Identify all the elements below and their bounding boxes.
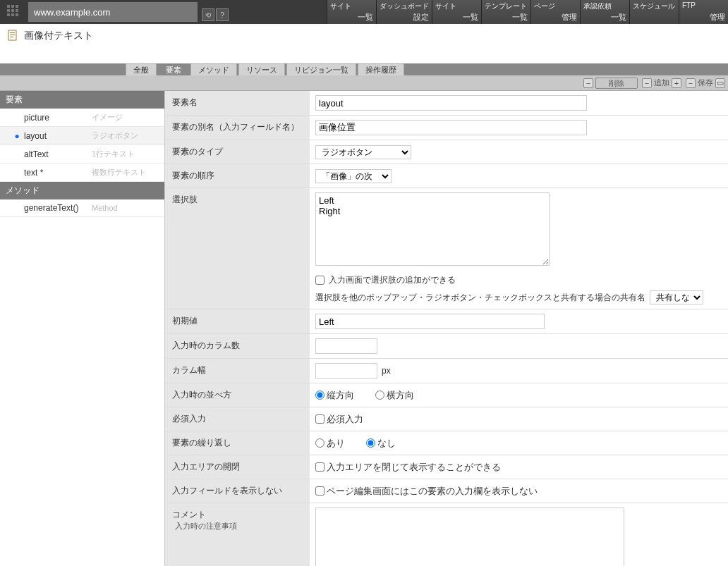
svg-rect-4	[11, 9, 14, 12]
hidefield-checkbox[interactable]	[315, 486, 324, 496]
sidebar-element-picture[interactable]: pictureイメージ	[0, 109, 164, 127]
nav-item-1[interactable]: ダッシュボード設定	[376, 0, 432, 24]
tab-1[interactable]: 要素	[158, 63, 189, 75]
save-icon: ▭	[715, 78, 725, 88]
tabrow: 全般要素メソッドリソースリビジョン一覧操作履歴	[0, 63, 728, 75]
element-order-select[interactable]: 「画像」の次	[315, 169, 392, 183]
delete-button[interactable]: − 削除	[583, 78, 638, 89]
sidebar-group-methods: メソッド	[0, 182, 164, 199]
svg-rect-0	[7, 5, 10, 8]
nav-item-5[interactable]: 承認依頼一覧	[580, 0, 629, 24]
url-box[interactable]: www.example.com	[28, 2, 198, 22]
element-type-select[interactable]: ラジオボタン	[315, 145, 411, 159]
element-name-input[interactable]	[315, 95, 587, 111]
minus-icon: −	[583, 78, 593, 88]
repeat-yes-radio[interactable]	[315, 438, 324, 448]
svg-rect-2	[16, 5, 18, 8]
layoutdir-horizontal-radio[interactable]	[375, 390, 384, 400]
svg-rect-6	[7, 13, 10, 16]
back-icon[interactable]: ⟲	[202, 8, 214, 21]
colwidth-input[interactable]	[315, 363, 377, 379]
row-columns: 入力時のカラム数	[165, 334, 728, 359]
nav-item-6[interactable]: スケジュール	[629, 0, 679, 24]
comment-textarea[interactable]	[315, 507, 624, 566]
sidebar-element-layout[interactable]: ●layoutラジオボタン	[0, 127, 164, 145]
row-options: 選択肢 Left Right 入力画面で選択肢の追加ができる 選択肢を他のポップ…	[165, 188, 728, 309]
minus-icon: −	[686, 78, 696, 88]
sidebar-method-item[interactable]: generateText()Method	[0, 199, 164, 217]
row-element-order: 要素の順序 「画像」の次	[165, 164, 728, 188]
row-repeat: 要素の繰り返し あり なし	[165, 431, 728, 455]
default-input[interactable]	[315, 314, 545, 329]
sidebar-element-altText[interactable]: altText1行テキスト	[0, 145, 164, 164]
grid-icon	[6, 4, 23, 20]
row-collapse: 入力エリアの開閉 入力エリアを閉じて表示することができる	[165, 455, 728, 479]
sidebar-group-elements: 要素	[0, 91, 164, 109]
nav-item-3[interactable]: テンプレート一覧	[481, 0, 530, 24]
nav-item-7[interactable]: FTP管理	[679, 0, 728, 24]
tab-5[interactable]: 操作履歴	[358, 63, 404, 75]
bullet-icon: ●	[13, 131, 21, 141]
save-button[interactable]: − 保存 ▭	[686, 78, 725, 88]
sidebar-element-text[interactable]: text *複数行テキスト	[0, 164, 164, 182]
layoutdir-vertical-radio[interactable]	[315, 390, 324, 400]
minus-icon: −	[642, 78, 652, 88]
repeat-no-radio[interactable]	[366, 438, 375, 448]
tab-2[interactable]: メソッド	[190, 63, 237, 75]
svg-rect-8	[16, 13, 18, 16]
tab-0[interactable]: 全般	[126, 63, 157, 75]
collapse-checkbox[interactable]	[315, 462, 324, 472]
top-nav: サイト一覧ダッシュボード設定サイト一覧テンプレート一覧ページ管理承認依頼一覧スケ…	[327, 0, 728, 24]
tab-3[interactable]: リソース	[238, 63, 285, 75]
titlebar: 画像付テキスト	[0, 24, 728, 63]
row-comment: コメント 入力時の注意事項	[165, 503, 728, 566]
row-element-alias: 要素の別名（入力フィールド名）	[165, 116, 728, 140]
row-layoutdir: 入力時の並べ方 縦方向 横方向	[165, 383, 728, 407]
row-element-name: 要素名	[165, 91, 728, 116]
row-required: 必須入力 必須入力	[165, 407, 728, 431]
options-textarea[interactable]: Left Right	[315, 192, 550, 266]
tab-4[interactable]: リビジョン一覧	[286, 63, 356, 75]
svg-rect-11	[10, 35, 15, 35]
nav-item-0[interactable]: サイト一覧	[327, 0, 376, 24]
plus-icon: +	[672, 78, 681, 88]
row-hidefield: 入力フィールドを表示しない ページ編集画面にはこの要素の入力欄を表示しない	[165, 479, 728, 503]
svg-rect-7	[11, 13, 14, 16]
topbar: www.example.com ⟲ ? サイト一覧ダッシュボード設定サイト一覧テ…	[0, 0, 728, 24]
form-pane: 要素名 要素の別名（入力フィールド名） 要素のタイプ ラジオボタン 要素の順序 …	[164, 91, 728, 566]
element-alias-input[interactable]	[315, 120, 587, 135]
svg-rect-3	[7, 9, 10, 12]
nav-item-2[interactable]: サイト一覧	[432, 0, 481, 24]
help-icon[interactable]: ?	[216, 8, 229, 21]
required-checkbox[interactable]	[315, 414, 324, 424]
svg-rect-5	[16, 9, 18, 12]
nav-item-4[interactable]: ページ管理	[530, 0, 580, 24]
sidebar: 要素 pictureイメージ●layoutラジオボタンaltText1行テキスト…	[0, 91, 164, 566]
row-default: 初期値	[165, 309, 728, 334]
doc-icon	[7, 30, 18, 41]
svg-rect-1	[11, 5, 14, 8]
share-name-select[interactable]: 共有しない	[650, 290, 703, 304]
app-logo	[0, 0, 28, 24]
svg-rect-10	[10, 32, 15, 33]
svg-rect-12	[10, 37, 13, 37]
row-colwidth: カラム幅 px	[165, 359, 728, 383]
add-button[interactable]: − 追加 +	[642, 78, 681, 88]
row-element-type: 要素のタイプ ラジオボタン	[165, 140, 728, 164]
options-addable-checkbox[interactable]	[315, 276, 324, 285]
columns-input[interactable]	[315, 338, 377, 354]
page-title: 画像付テキスト	[24, 30, 93, 42]
action-toolbar: − 削除 − 追加 + − 保存 ▭	[0, 75, 728, 91]
